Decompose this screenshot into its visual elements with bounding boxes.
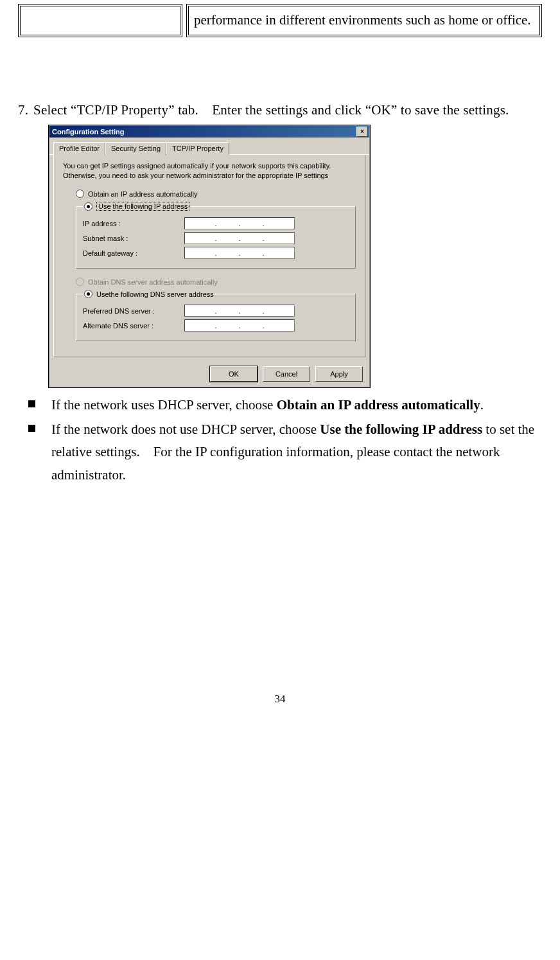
input-subnet-mask[interactable]: ... <box>184 232 295 244</box>
radio-icon <box>76 278 84 286</box>
label-preferred-dns: Preferred DNS server : <box>83 307 179 315</box>
step-text: Select “TCP/IP Property” tab. Enter the … <box>33 102 509 118</box>
dialog-title: Configuration Setting <box>52 128 124 136</box>
tcpip-tab-pane: You can get IP settings assigned automat… <box>53 155 365 357</box>
tab-security-setting[interactable]: Security Setting <box>105 142 166 155</box>
group-static-ip: Use the following IP address IP address … <box>76 202 356 269</box>
label-default-gateway: Default gateway : <box>83 249 179 257</box>
group-static-dns: Usethe following DNS server address Pref… <box>76 290 356 341</box>
tcpip-description: You can get IP settings assigned automat… <box>63 161 356 181</box>
tab-strip: Profile Editor Security Setting TCP/IP P… <box>49 138 369 155</box>
radio-icon <box>84 290 92 298</box>
page-number: 34 <box>14 693 546 706</box>
step-7: 7.Select “TCP/IP Property” tab. Enter th… <box>14 99 546 122</box>
configuration-setting-dialog: Configuration Setting × Profile Editor S… <box>49 125 370 387</box>
dialog-button-bar: OK Cancel Apply <box>49 361 369 387</box>
cancel-button[interactable]: Cancel <box>263 366 310 382</box>
tab-tcpip-property[interactable]: TCP/IP Property <box>166 142 229 155</box>
close-icon[interactable]: × <box>356 127 368 137</box>
radio-use-following-ip[interactable]: Use the following IP address <box>84 202 189 211</box>
top-note-right-cell: performance in different environments su… <box>186 4 542 37</box>
radio-icon <box>84 202 92 211</box>
dialog-titlebar: Configuration Setting × <box>49 126 369 138</box>
bullet-dhcp: If the network uses DHCP server, choose … <box>51 394 546 417</box>
input-alternate-dns[interactable]: ... <box>184 319 295 332</box>
label-ip-address: IP address : <box>83 220 179 227</box>
label-subnet-mask: Subnet mask : <box>83 235 179 242</box>
input-default-gateway[interactable]: ... <box>184 247 295 259</box>
radio-label: Use the following IP address <box>96 202 189 211</box>
input-ip-address[interactable]: ... <box>184 217 295 229</box>
tab-profile-editor[interactable]: Profile Editor <box>53 142 105 155</box>
radio-label: Obtain an IP address automatically <box>88 190 197 198</box>
radio-obtain-dns-auto: Obtain DNS server address automatically <box>76 278 356 286</box>
apply-button[interactable]: Apply <box>315 366 363 382</box>
step-number: 7. <box>18 99 33 122</box>
radio-use-following-dns[interactable]: Usethe following DNS server address <box>84 290 214 298</box>
radio-label: Obtain DNS server address automatically <box>88 278 218 286</box>
label-alternate-dns: Alternate DNS server : <box>83 322 179 330</box>
radio-label: Usethe following DNS server address <box>96 290 214 298</box>
top-note-left-cell <box>18 4 182 37</box>
bullet-static: If the network does not use DHCP server,… <box>51 418 546 487</box>
radio-icon <box>76 190 84 198</box>
ok-button[interactable]: OK <box>210 366 258 382</box>
radio-obtain-ip-auto[interactable]: Obtain an IP address automatically <box>76 190 356 198</box>
input-preferred-dns[interactable]: ... <box>184 305 295 317</box>
top-note-table: performance in different environments su… <box>14 0 546 41</box>
